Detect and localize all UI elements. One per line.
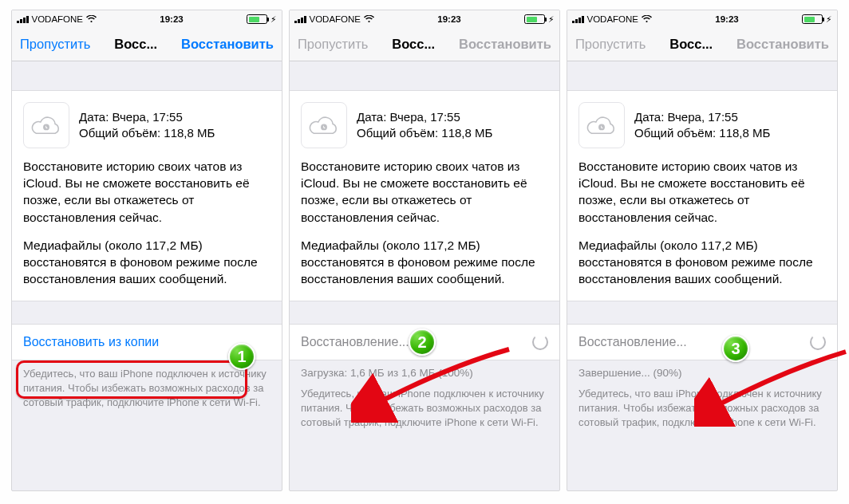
clock-label: 19:23	[160, 14, 183, 24]
carrier-label: VODAFONE	[587, 14, 639, 24]
status-bar: VODAFONE 19:23 ⚡︎	[567, 10, 837, 28]
battery-icon	[247, 14, 267, 24]
restore-from-backup-label: Восстановить из копии	[23, 335, 159, 349]
skip-button: Пропустить	[298, 37, 368, 52]
backup-info-card: Дата: Вчера, 17:55 Общий объём: 118,8 МБ…	[12, 90, 282, 301]
nav-title: Восс...	[392, 37, 435, 52]
backup-info-card: Дата: Вчера, 17:55 Общий объём: 118,8 МБ…	[567, 90, 837, 301]
spinner-icon	[532, 334, 548, 350]
backup-date: Дата: Вчера, 17:55	[634, 109, 770, 125]
cloud-backup-icon	[301, 102, 347, 148]
restore-progress-label: Восстановление...	[301, 335, 409, 349]
charging-icon: ⚡︎	[548, 14, 555, 25]
footer-note: Убедитесь, что ваш iPhone подключен к ис…	[567, 380, 837, 430]
wifi-icon	[642, 15, 652, 23]
backup-date: Дата: Вчера, 17:55	[79, 109, 215, 125]
charging-icon: ⚡︎	[270, 14, 277, 25]
annotation-badge-3: 3	[722, 335, 749, 362]
restore-button[interactable]: Восстановить	[181, 37, 274, 52]
desc-para-2: Медиафайлы (около 117,2 МБ) восстановятс…	[579, 237, 826, 288]
restore-progress-row: Восстановление...	[567, 324, 837, 360]
charging-icon: ⚡︎	[826, 14, 832, 25]
screen-1: VODAFONE 19:23 ⚡︎ Пропустить Восс... Вос…	[11, 10, 282, 491]
annotation-badge-2: 2	[409, 329, 436, 356]
nav-title: Восс...	[114, 37, 157, 52]
nav-bar: Пропустить Восс... Восстановить	[290, 28, 559, 61]
restore-button: Восстановить	[459, 37, 551, 52]
signal-icon	[294, 15, 306, 23]
backup-info-card: Дата: Вчера, 17:55 Общий объём: 118,8 МБ…	[290, 90, 559, 301]
desc-para-2: Медиафайлы (около 117,2 МБ) восстановятс…	[23, 237, 270, 288]
skip-button[interactable]: Пропустить	[20, 37, 90, 52]
clock-label: 19:23	[437, 14, 460, 24]
status-bar: VODAFONE 19:23 ⚡︎	[12, 10, 282, 28]
finishing-progress-text: Завершение... (90%)	[567, 360, 837, 380]
cloud-backup-icon	[579, 102, 625, 148]
desc-para-1: Восстановите историю своих чатов из iClo…	[579, 158, 826, 226]
carrier-label: VODAFONE	[310, 14, 361, 24]
signal-icon	[17, 15, 29, 23]
screen-3: VODAFONE 19:23 ⚡︎ Пропустить Восс... Вос…	[567, 10, 838, 491]
skip-button: Пропустить	[575, 37, 646, 52]
nav-bar: Пропустить Восс... Восстановить	[567, 28, 837, 61]
desc-para-1: Восстановите историю своих чатов из iClo…	[23, 158, 270, 226]
nav-bar: Пропустить Восс... Восстановить	[12, 28, 282, 61]
annotation-badge-1: 1	[228, 343, 255, 370]
wifi-icon	[364, 15, 374, 23]
signal-icon	[572, 15, 584, 23]
backup-date: Дата: Вчера, 17:55	[357, 109, 492, 125]
footer-note: Убедитесь, что ваш iPhone подключен к ис…	[290, 380, 559, 430]
battery-icon	[524, 14, 545, 24]
backup-size: Общий объём: 118,8 МБ	[357, 125, 492, 141]
nav-title: Восс...	[669, 37, 713, 52]
battery-icon	[802, 14, 823, 24]
backup-size: Общий объём: 118,8 МБ	[79, 125, 215, 141]
clock-label: 19:23	[715, 14, 738, 24]
desc-para-2: Медиафайлы (около 117,2 МБ) восстановятс…	[301, 237, 548, 288]
desc-para-1: Восстановите историю своих чатов из iClo…	[301, 158, 548, 226]
carrier-label: VODAFONE	[32, 14, 84, 24]
restore-progress-label: Восстановление...	[579, 335, 687, 349]
spinner-icon	[810, 334, 826, 350]
download-progress-text: Загрузка: 1,6 МБ из 1,6 МБ (100%)	[290, 360, 559, 380]
cloud-backup-icon	[23, 102, 69, 148]
backup-size: Общий объём: 118,8 МБ	[634, 125, 770, 141]
wifi-icon	[86, 15, 97, 23]
status-bar: VODAFONE 19:23 ⚡︎	[290, 10, 559, 28]
screen-2: VODAFONE 19:23 ⚡︎ Пропустить Восс... Вос…	[289, 10, 560, 491]
restore-button: Восстановить	[736, 37, 829, 52]
